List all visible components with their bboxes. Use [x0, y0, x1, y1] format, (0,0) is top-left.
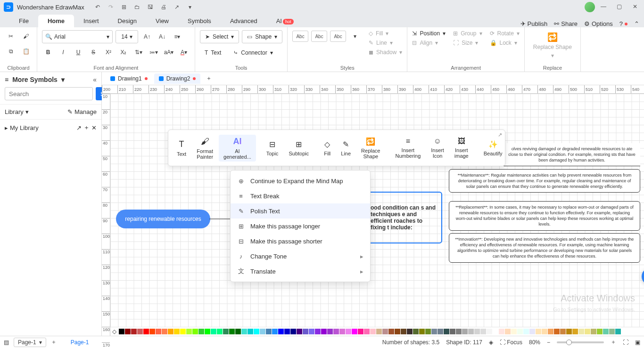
- tab-advanced[interactable]: Advanced: [221, 15, 267, 27]
- color-swatch[interactable]: [615, 329, 621, 334]
- ctx-change-tone[interactable]: ♪Change Tone▸: [231, 249, 370, 264]
- ft-subtopic[interactable]: ⊞Subtopic: [284, 138, 314, 158]
- color-swatch[interactable]: [462, 329, 468, 334]
- color-swatch[interactable]: [554, 329, 560, 334]
- ctx-text-break[interactable]: ≡Text Break: [231, 188, 370, 203]
- tab-home[interactable]: Home: [38, 15, 74, 27]
- text-tool[interactable]: TText: [200, 46, 226, 59]
- styles-more-icon[interactable]: ▾: [349, 30, 361, 42]
- minimize-icon[interactable]: —: [601, 3, 608, 11]
- color-swatch[interactable]: [297, 329, 302, 334]
- color-swatch[interactable]: [119, 329, 124, 334]
- color-swatch[interactable]: [548, 329, 553, 334]
- color-swatch[interactable]: [376, 329, 382, 334]
- color-swatch[interactable]: [456, 329, 462, 334]
- ctx-expand-mindmap[interactable]: ⊕Continue to Expand the Mind Map: [231, 173, 370, 188]
- color-swatch[interactable]: [205, 329, 210, 334]
- color-swatch[interactable]: [156, 329, 161, 334]
- color-swatch[interactable]: [560, 329, 566, 334]
- superscript-icon[interactable]: X²: [102, 46, 115, 58]
- page-label[interactable]: Page-1: [71, 339, 89, 346]
- add-page-icon[interactable]: ＋: [51, 338, 57, 346]
- more-symbols-header[interactable]: ≡More Symbols▾ «: [0, 72, 101, 87]
- ft-text[interactable]: TText: [172, 138, 191, 159]
- page-selector[interactable]: Page-1▾: [14, 338, 46, 347]
- zoom-in-icon[interactable]: ＋: [611, 338, 616, 346]
- toolbar-expand-icon[interactable]: ↗: [498, 132, 502, 138]
- mindmap-center-node[interactable]: ood condition can s and techniques e and…: [367, 192, 442, 243]
- tab-view[interactable]: View: [146, 15, 178, 27]
- color-swatch[interactable]: [536, 329, 541, 334]
- text-align-icon[interactable]: ≡▾: [171, 31, 183, 43]
- font-name-select[interactable]: 🔍Arial▾: [42, 30, 113, 43]
- align-button[interactable]: ⊟Align▾: [412, 40, 446, 46]
- strike-icon[interactable]: S: [87, 46, 99, 58]
- tab-ai[interactable]: AIhot: [267, 15, 303, 27]
- new-icon[interactable]: ⊞: [120, 3, 128, 11]
- doc-tab-drawing1[interactable]: Drawing1: [106, 73, 152, 84]
- chat-assistant-icon[interactable]: 🤖: [642, 268, 644, 285]
- ft-insert-numbering[interactable]: ≡Insert Numbering: [390, 135, 425, 161]
- focus-button[interactable]: ⛶ Focus: [500, 339, 522, 346]
- color-swatch[interactable]: [162, 329, 167, 334]
- format-painter-icon[interactable]: 🖌: [20, 30, 32, 42]
- mindmap-leaf-maintenance[interactable]: **Maintenance**: Regular maintenance act…: [449, 169, 640, 193]
- style-swatch[interactable]: Abc: [330, 31, 346, 42]
- ft-beautify[interactable]: ✨Beautify: [479, 138, 507, 158]
- color-swatch[interactable]: [149, 329, 155, 334]
- rotate-button[interactable]: ⟳Rotate▾: [490, 30, 520, 37]
- color-swatch[interactable]: [131, 329, 137, 334]
- color-swatch[interactable]: [352, 329, 357, 334]
- undo-icon[interactable]: ↶: [94, 3, 101, 11]
- color-swatch[interactable]: [505, 329, 511, 334]
- close-icon[interactable]: ✕: [633, 3, 640, 11]
- color-swatch[interactable]: [315, 329, 321, 334]
- library-row[interactable]: Library▾ ✎ Manage: [0, 104, 101, 119]
- color-swatch[interactable]: [358, 329, 363, 334]
- color-swatch[interactable]: [266, 329, 272, 334]
- color-swatch[interactable]: [272, 329, 278, 334]
- size-button[interactable]: ⛶Size▾: [453, 40, 482, 46]
- ft-replace-shape[interactable]: 🔁Replace Shape: [356, 135, 385, 161]
- color-swatch[interactable]: [431, 329, 437, 334]
- color-swatch[interactable]: [248, 329, 253, 334]
- save-icon[interactable]: 🖫: [147, 3, 154, 11]
- replace-shape-button[interactable]: 🔁 Replace Shape ▾: [529, 30, 576, 61]
- color-swatch[interactable]: [511, 329, 517, 334]
- increase-font-icon[interactable]: A↑: [141, 31, 153, 43]
- collapse-ribbon-icon[interactable]: ⌃: [634, 20, 639, 27]
- mindmap-root-node[interactable]: repairing renewable resources: [116, 210, 210, 228]
- ft-insert-icon[interactable]: ☺Insert Icon: [426, 135, 449, 161]
- bold-icon[interactable]: B: [42, 46, 54, 58]
- color-swatch[interactable]: [407, 329, 413, 334]
- color-swatch[interactable]: [474, 329, 480, 334]
- paste-icon[interactable]: 📋: [20, 45, 32, 57]
- my-library-row[interactable]: ▸My Library ↗ ＋ ✕: [0, 119, 101, 136]
- fit-page-icon[interactable]: ⛶: [623, 339, 628, 346]
- color-swatch[interactable]: [450, 329, 455, 334]
- color-swatch[interactable]: [585, 329, 590, 334]
- color-swatch[interactable]: [211, 329, 216, 334]
- color-swatch[interactable]: [327, 329, 333, 334]
- color-swatch[interactable]: [413, 329, 419, 334]
- style-swatch[interactable]: Abc: [311, 31, 327, 42]
- color-swatch[interactable]: [364, 329, 370, 334]
- publish-button[interactable]: ✈Publish: [520, 20, 548, 27]
- collapse-icon[interactable]: «: [93, 76, 97, 83]
- library-close-icon[interactable]: ✕: [91, 124, 97, 131]
- italic-icon[interactable]: I: [57, 46, 69, 58]
- ctx-make-longer[interactable]: ⊞Make this passage longer: [231, 219, 370, 234]
- color-swatch[interactable]: [278, 329, 284, 334]
- maximize-icon[interactable]: ▢: [617, 3, 624, 11]
- options-button[interactable]: ⚙Options: [584, 20, 613, 27]
- user-avatar[interactable]: [585, 2, 595, 12]
- add-document-icon[interactable]: ＋: [202, 73, 215, 84]
- ft-fill[interactable]: ◇Fill: [319, 138, 335, 158]
- color-swatch[interactable]: [174, 329, 180, 334]
- mindmap-leaf-restore[interactable]: olves reviving damaged or degraded renew…: [504, 143, 640, 166]
- subscript-icon[interactable]: X₂: [117, 46, 130, 58]
- line-spacing-icon[interactable]: ⇅▾: [132, 46, 145, 58]
- lock-button[interactable]: 🔒Lock▾: [490, 40, 520, 46]
- color-swatch[interactable]: [290, 329, 296, 334]
- color-swatch[interactable]: [597, 329, 603, 334]
